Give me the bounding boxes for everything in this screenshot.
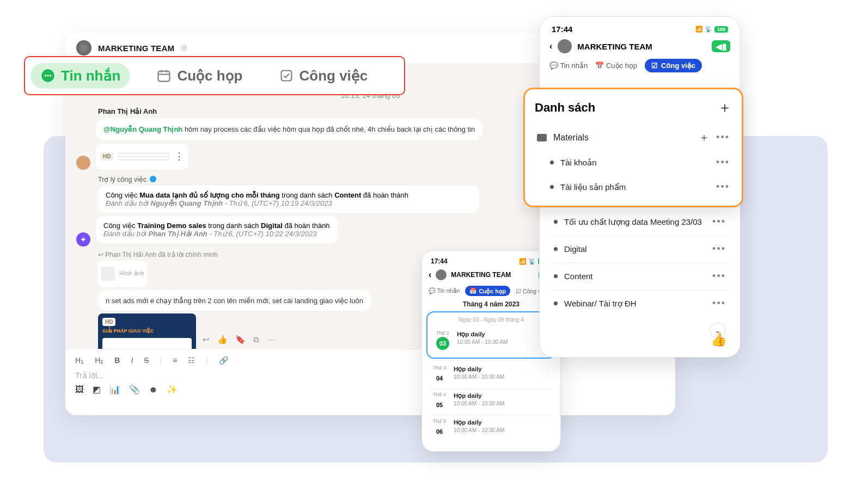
back-icon[interactable]: ‹ [549,41,552,51]
h2-button[interactable]: H₂ [95,356,103,365]
meeting-slot[interactable]: Thứ 304Họp daily10:00 AM - 10:30 AM [430,362,553,389]
assistant-bubble: Công việc Training Demo sales trong danh… [96,216,338,243]
message-bubble: @Nguyễn Quang Thịnh hôm nay process các … [96,119,482,140]
meeting-slot[interactable]: Thứ 506Họp daily10:00 AM - 10:30 AM [430,415,553,441]
more-icon[interactable]: ••• [712,216,726,227]
clock: 17:44 [431,257,448,265]
phone-tabs: 💬 Tin nhắn 📅 Cuộc họp ☑ Công việc [540,59,740,79]
attachment-lines [118,152,170,161]
svg-point-1 [45,75,46,76]
list-item[interactable]: Webinar/ Tài trợ ĐH••• [551,290,729,317]
video-icon[interactable]: ◀▮ [712,40,730,52]
tab-messages-label: Tin nhắn [61,67,120,84]
list-item[interactable]: Tài liệu sản phẩm ••• [535,175,732,199]
italic-button[interactable]: I [131,356,133,365]
bot-avatar: ✦ [76,232,90,247]
hd-badge: HD [102,318,115,326]
gear-icon[interactable]: ⚙ [181,44,188,52]
image-icon[interactable]: 🖼 [75,385,84,395]
tab-tasks-label: Công việc [299,67,368,84]
bullet-icon [550,185,554,189]
user-avatar[interactable] [76,156,90,170]
team-avatar [558,39,572,53]
tab-meetings[interactable]: Cuộc họp [146,63,252,89]
message-column: @Nguyễn Quang Thịnh hôm nay process các … [96,119,482,170]
bullet-icon [554,302,558,305]
tab-tasks[interactable]: ☑ Công việc [645,59,702,72]
more-icon[interactable]: ••• [716,181,730,193]
more-icon[interactable]: ••• [712,298,726,309]
tabs-highlight: Tin nhắn Cuộc họp Công việc [24,56,405,95]
bold-button[interactable]: B [114,356,120,365]
poll-icon[interactable]: 📊 [109,384,120,395]
tab-tasks[interactable]: Công việc [269,63,378,89]
meeting-slot[interactable]: Thứ 405Họp daily10:00 AM - 10:30 AM [430,389,553,415]
reaction-bar: ↩ 👍 🔖 ⧉ ⋯ [203,335,275,345]
clock: 17:44 [552,24,572,34]
mention[interactable]: @Nguyễn Quang Thịnh [103,125,182,133]
back-icon[interactable]: ‹ [429,270,431,280]
svg-rect-4 [158,71,170,82]
battery-icon: 100 [714,26,728,33]
magic-icon[interactable]: ✨ [167,384,178,395]
list-item[interactable]: Tài khoản ••• [535,150,732,175]
link-icon[interactable]: 🔗 [219,356,228,365]
reply-icon[interactable]: ↩ [203,335,210,345]
svg-point-2 [47,75,48,76]
list-header: Danh sách ＋ [535,98,732,117]
list-item[interactable]: Tối ưu chất lượng data Meeting 23/03••• [551,208,729,235]
list-item[interactable]: Content••• [551,262,729,290]
meeting-slot[interactable]: Thứ 203Họp daily10:00 AM - 10:30 AM [433,327,549,353]
image-attachment[interactable]: Hình ảnh [98,261,147,287]
bullet-icon [554,220,558,224]
folder-row[interactable]: Materials ＋ ••• [535,125,732,150]
calendar-icon [156,68,172,83]
h1-button[interactable]: H₁ [75,356,84,365]
reply-input[interactable]: Trả lời... [75,367,665,384]
status-bar: 17:44 📶 📡 100 [540,23,740,38]
more-icon[interactable]: ⋯ [267,335,275,345]
team-name: MARKETING TEAM [577,42,706,51]
hd-badge: HD [100,152,113,161]
bookmark-icon[interactable]: 🔖 [235,335,246,345]
svg-rect-5 [281,71,291,81]
promo-image[interactable]: HD GIẢI PHÁP GIAO VIỆC [98,313,196,349]
phone-header: ‹ MARKETING TEAM ◀▮ [540,38,740,59]
sticker-icon[interactable]: ◩ [93,384,101,395]
folder-icon [537,134,547,142]
list-card: Danh sách ＋ Materials ＋ ••• Tài khoản ••… [523,88,743,207]
more-icon[interactable]: ••• [712,270,726,282]
tab-messages[interactable]: 💬 Tin nhắn [549,61,588,70]
copy-icon[interactable]: ⧉ [253,335,259,345]
message-bubble: n set ads mới e chạy thẳng trên 2 con tê… [98,290,371,312]
attachment-card[interactable]: HD ⋮ [96,144,188,170]
tab-meetings[interactable]: 📅 Cuộc họp [595,61,637,70]
tab-meetings[interactable]: 📅 Cuộc họp [465,286,510,296]
tab-messages[interactable]: 💬 Tin nhắn [429,287,460,294]
list-title: Danh sách [535,101,595,115]
task-icon [279,68,294,83]
status-icons: 📶 📡 100 [695,26,728,33]
emoji-icon[interactable]: ☻ [149,385,158,395]
more-icon[interactable]: ⋮ [174,155,184,158]
svg-point-3 [50,75,51,76]
add-icon[interactable]: ＋ [699,130,710,145]
strike-button[interactable]: S [144,356,149,365]
list-bullet-icon[interactable]: ☷ [188,356,195,365]
list-item[interactable]: Digital••• [551,235,729,262]
attach-icon[interactable]: 📎 [129,384,140,395]
tab-messages[interactable]: Tin nhắn [30,63,130,89]
more-icon[interactable]: ••• [716,132,730,143]
bullet-icon [550,161,554,164]
team-avatar[interactable] [76,40,91,56]
thumbs-up-reaction[interactable]: 👍 [711,332,727,347]
more-icon[interactable]: ••• [712,243,726,255]
list-ordered-icon[interactable]: ≡ [173,356,177,365]
assistant-label: Trợ lý công việc [98,175,146,183]
week-card: Ngày 03 - Ngày 09 tháng 4 Thứ 203Họp dai… [426,311,556,359]
more-icon[interactable]: ••• [716,157,730,168]
week-range: Ngày 03 - Ngày 09 tháng 4 [433,317,549,323]
add-icon[interactable]: ＋ [718,98,732,117]
thumbs-up-icon[interactable]: 👍 [217,335,228,345]
team-name: MARKETING TEAM [451,271,534,279]
